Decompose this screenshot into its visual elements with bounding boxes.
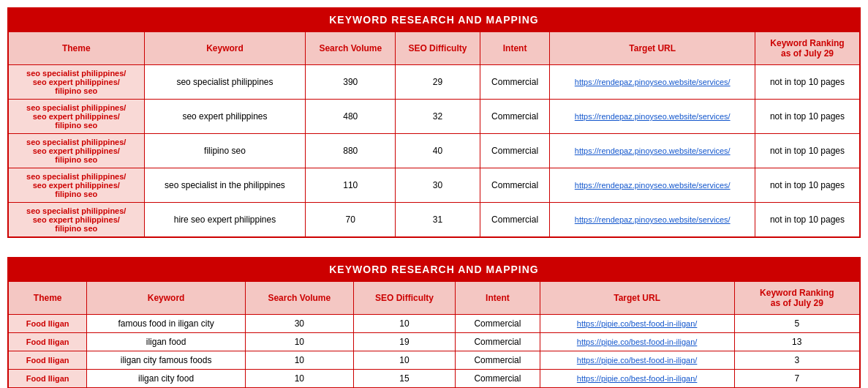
keyword-cell: seo specialist in the philippines <box>144 168 306 203</box>
col-seo-difficulty-2: SEO Difficulty <box>353 282 455 315</box>
table-row: Food Iligan famous food in iligan city 3… <box>9 315 860 333</box>
ranking-cell: not in top 10 pages <box>755 168 859 203</box>
url-cell[interactable]: https://pipie.co/best-food-in-iligan/ <box>540 333 734 351</box>
table-section-1: KEYWORD RESEARCH AND MAPPING Theme Keywo… <box>7 7 861 238</box>
theme-cell: seo specialist philippines/seo expert ph… <box>9 100 145 134</box>
search-volume-cell: 10 <box>245 370 353 388</box>
col-seo-difficulty: SEO Difficulty <box>396 32 480 65</box>
intent-cell: Commercial <box>456 370 540 388</box>
ranking-cell: not in top 10 pages <box>755 134 859 168</box>
url-cell[interactable]: https://rendepaz.pinoyseo.website/servic… <box>550 100 755 134</box>
seo-difficulty-cell: 15 <box>353 370 455 388</box>
col-keyword-ranking: Keyword Rankingas of July 29 <box>755 32 859 65</box>
ranking-cell: not in top 10 pages <box>755 100 859 134</box>
keyword-table-1: Theme Keyword Search Volume SEO Difficul… <box>8 31 860 237</box>
url-cell[interactable]: https://rendepaz.pinoyseo.website/servic… <box>550 203 755 237</box>
search-volume-cell: 480 <box>306 100 396 134</box>
theme-cell: seo specialist philippines/seo expert ph… <box>9 168 145 203</box>
intent-cell: Commercial <box>480 168 550 203</box>
search-volume-cell: 390 <box>306 65 396 100</box>
col-keyword: Keyword <box>144 32 306 65</box>
seo-difficulty-cell: 40 <box>396 134 480 168</box>
theme-cell: seo specialist philippines/seo expert ph… <box>9 134 145 168</box>
seo-difficulty-cell: 19 <box>353 333 455 351</box>
url-cell[interactable]: https://rendepaz.pinoyseo.website/servic… <box>550 65 755 100</box>
ranking-cell: not in top 10 pages <box>755 65 859 100</box>
seo-difficulty-cell: 10 <box>353 315 455 333</box>
col-theme: Theme <box>9 32 145 65</box>
ranking-cell: 5 <box>734 315 859 333</box>
col-keyword-2: Keyword <box>87 282 245 315</box>
search-volume-cell: 10 <box>245 351 353 370</box>
search-volume-cell: 30 <box>245 315 353 333</box>
url-cell[interactable]: https://rendepaz.pinoyseo.website/servic… <box>550 168 755 203</box>
col-intent-2: Intent <box>456 282 540 315</box>
col-keyword-ranking-2: Keyword Rankingas of July 29 <box>734 282 859 315</box>
keyword-cell: famous food in iligan city <box>87 315 245 333</box>
ranking-cell: 7 <box>734 370 859 388</box>
ranking-cell: 13 <box>734 333 859 351</box>
keyword-table-2: Theme Keyword Search Volume SEO Difficul… <box>8 281 860 388</box>
seo-difficulty-cell: 30 <box>396 168 480 203</box>
seo-difficulty-cell: 32 <box>396 100 480 134</box>
intent-cell: Commercial <box>456 351 540 370</box>
theme-cell: Food Iligan <box>9 351 87 370</box>
url-cell[interactable]: https://pipie.co/best-food-in-iligan/ <box>540 370 734 388</box>
table-row: Food Iligan iligan food 10 19 Commercial… <box>9 333 860 351</box>
col-search-volume: Search Volume <box>306 32 396 65</box>
theme-cell: Food Iligan <box>9 315 87 333</box>
keyword-cell: hire seo expert philippines <box>144 203 306 237</box>
table-title-1: KEYWORD RESEARCH AND MAPPING <box>8 8 860 31</box>
table-row: seo specialist philippines/seo expert ph… <box>9 100 860 134</box>
seo-difficulty-cell: 10 <box>353 351 455 370</box>
search-volume-cell: 70 <box>306 203 396 237</box>
table-title-2: KEYWORD RESEARCH AND MAPPING <box>8 258 860 281</box>
url-link[interactable]: https://rendepaz.pinoyseo.website/servic… <box>575 78 731 86</box>
url-cell[interactable]: https://rendepaz.pinoyseo.website/servic… <box>550 134 755 168</box>
table-row: Food Iligan iligan city food 10 15 Comme… <box>9 370 860 388</box>
keyword-cell: iligan food <box>87 333 245 351</box>
intent-cell: Commercial <box>480 65 550 100</box>
url-link[interactable]: https://rendepaz.pinoyseo.website/servic… <box>575 181 731 190</box>
search-volume-cell: 880 <box>306 134 396 168</box>
seo-difficulty-cell: 29 <box>396 65 480 100</box>
url-link[interactable]: https://pipie.co/best-food-in-iligan/ <box>577 374 697 383</box>
url-link[interactable]: https://pipie.co/best-food-in-iligan/ <box>577 356 697 365</box>
table-row: seo specialist philippines/seo expert ph… <box>9 134 860 168</box>
url-link[interactable]: https://pipie.co/best-food-in-iligan/ <box>577 319 697 328</box>
table-header-row-1: Theme Keyword Search Volume SEO Difficul… <box>9 32 860 65</box>
table-section-2: KEYWORD RESEARCH AND MAPPING Theme Keywo… <box>7 257 861 388</box>
keyword-cell: seo expert philippines <box>144 100 306 134</box>
intent-cell: Commercial <box>480 203 550 237</box>
keyword-cell: iligan city famous foods <box>87 351 245 370</box>
seo-difficulty-cell: 31 <box>396 203 480 237</box>
table-row: seo specialist philippines/seo expert ph… <box>9 203 860 237</box>
ranking-cell: not in top 10 pages <box>755 203 859 237</box>
url-link[interactable]: https://rendepaz.pinoyseo.website/servic… <box>575 146 731 155</box>
section-gap <box>7 248 861 257</box>
search-volume-cell: 10 <box>245 333 353 351</box>
theme-cell: seo specialist philippines/seo expert ph… <box>9 203 145 237</box>
col-search-volume-2: Search Volume <box>245 282 353 315</box>
intent-cell: Commercial <box>456 333 540 351</box>
ranking-cell: 3 <box>734 351 859 370</box>
search-volume-cell: 110 <box>306 168 396 203</box>
url-link[interactable]: https://rendepaz.pinoyseo.website/servic… <box>575 112 731 121</box>
theme-cell: seo specialist philippines/seo expert ph… <box>9 65 145 100</box>
page-wrapper: KEYWORD RESEARCH AND MAPPING Theme Keywo… <box>0 0 868 388</box>
theme-cell: Food Iligan <box>9 370 87 388</box>
col-theme-2: Theme <box>9 282 87 315</box>
url-link[interactable]: https://pipie.co/best-food-in-iligan/ <box>577 337 697 346</box>
keyword-cell: iligan city food <box>87 370 245 388</box>
url-cell[interactable]: https://pipie.co/best-food-in-iligan/ <box>540 315 734 333</box>
intent-cell: Commercial <box>480 100 550 134</box>
url-link[interactable]: https://rendepaz.pinoyseo.website/servic… <box>575 215 731 224</box>
table-row: seo specialist philippines/seo expert ph… <box>9 65 860 100</box>
col-target-url-2: Target URL <box>540 282 734 315</box>
intent-cell: Commercial <box>456 315 540 333</box>
keyword-cell: filipino seo <box>144 134 306 168</box>
keyword-cell: seo specialist philippines <box>144 65 306 100</box>
table-row: seo specialist philippines/seo expert ph… <box>9 168 860 203</box>
col-intent: Intent <box>480 32 550 65</box>
url-cell[interactable]: https://pipie.co/best-food-in-iligan/ <box>540 351 734 370</box>
